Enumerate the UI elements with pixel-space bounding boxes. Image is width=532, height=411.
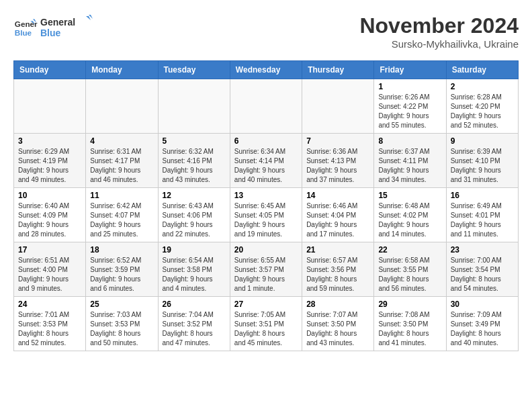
day-number: 17	[18, 245, 81, 255]
day-info: Sunrise: 6:51 AM Sunset: 4:00 PM Dayligh…	[18, 256, 81, 293]
day-info: Sunrise: 7:07 AM Sunset: 3:50 PM Dayligh…	[306, 310, 369, 348]
calendar-cell: 13Sunrise: 6:45 AM Sunset: 4:05 PM Dayli…	[230, 188, 302, 242]
day-number: 11	[90, 191, 153, 200]
title-block: November 2024 Sursko-Mykhailivka, Ukrain…	[359, 13, 519, 50]
day-number: 25	[90, 300, 153, 309]
calendar-cell: 14Sunrise: 6:46 AM Sunset: 4:04 PM Dayli…	[302, 188, 374, 242]
calendar-cell: 11Sunrise: 6:42 AM Sunset: 4:07 PM Dayli…	[86, 188, 158, 242]
calendar-week-row: 10Sunrise: 6:40 AM Sunset: 4:09 PM Dayli…	[14, 188, 519, 242]
calendar-cell: 27Sunrise: 7:05 AM Sunset: 3:51 PM Dayli…	[230, 297, 302, 351]
calendar-cell	[158, 79, 230, 134]
day-info: Sunrise: 6:28 AM Sunset: 4:20 PM Dayligh…	[451, 93, 514, 130]
day-number: 23	[451, 245, 514, 255]
day-number: 2	[451, 82, 514, 91]
day-info: Sunrise: 6:57 AM Sunset: 3:56 PM Dayligh…	[306, 256, 369, 293]
svg-text:General: General	[15, 19, 38, 28]
calendar-cell: 10Sunrise: 6:40 AM Sunset: 4:09 PM Dayli…	[14, 188, 86, 242]
calendar-cell: 29Sunrise: 7:08 AM Sunset: 3:50 PM Dayli…	[374, 297, 446, 351]
day-number: 19	[163, 245, 226, 255]
calendar-week-row: 24Sunrise: 7:01 AM Sunset: 3:53 PM Dayli…	[14, 297, 519, 351]
calendar-cell: 25Sunrise: 7:03 AM Sunset: 3:53 PM Dayli…	[86, 297, 158, 351]
day-number: 5	[163, 136, 226, 146]
calendar-cell: 6Sunrise: 6:34 AM Sunset: 4:14 PM Daylig…	[230, 134, 302, 188]
day-info: Sunrise: 6:39 AM Sunset: 4:10 PM Dayligh…	[451, 147, 514, 185]
day-number: 20	[234, 245, 298, 255]
calendar-cell: 28Sunrise: 7:07 AM Sunset: 3:50 PM Dayli…	[302, 297, 374, 351]
day-info: Sunrise: 7:04 AM Sunset: 3:52 PM Dayligh…	[163, 310, 226, 348]
day-info: Sunrise: 6:43 AM Sunset: 4:06 PM Dayligh…	[163, 201, 226, 239]
day-number: 12	[163, 191, 226, 200]
day-number: 16	[451, 191, 514, 200]
day-info: Sunrise: 6:40 AM Sunset: 4:09 PM Dayligh…	[18, 201, 81, 239]
calendar-cell: 7Sunrise: 6:36 AM Sunset: 4:13 PM Daylig…	[302, 134, 374, 188]
day-info: Sunrise: 6:32 AM Sunset: 4:16 PM Dayligh…	[163, 147, 226, 185]
day-info: Sunrise: 6:42 AM Sunset: 4:07 PM Dayligh…	[90, 201, 153, 239]
day-number: 9	[451, 136, 514, 146]
calendar-cell: 30Sunrise: 7:09 AM Sunset: 3:49 PM Dayli…	[446, 297, 518, 351]
svg-text:Blue: Blue	[40, 28, 61, 38]
weekday-header: Wednesday	[230, 61, 302, 79]
calendar-cell: 21Sunrise: 6:57 AM Sunset: 3:56 PM Dayli…	[302, 242, 374, 297]
day-info: Sunrise: 6:29 AM Sunset: 4:19 PM Dayligh…	[18, 147, 81, 185]
calendar-cell: 2Sunrise: 6:28 AM Sunset: 4:20 PM Daylig…	[446, 79, 518, 134]
day-number: 8	[378, 136, 441, 146]
day-info: Sunrise: 6:49 AM Sunset: 4:01 PM Dayligh…	[451, 201, 514, 239]
svg-marker-5	[86, 16, 91, 20]
logo-svg: General Blue	[40, 13, 94, 40]
weekday-header: Tuesday	[158, 61, 230, 79]
calendar-cell	[302, 79, 374, 134]
day-number: 1	[378, 82, 441, 91]
day-info: Sunrise: 6:31 AM Sunset: 4:17 PM Dayligh…	[90, 147, 153, 185]
day-number: 10	[18, 191, 81, 200]
day-number: 24	[18, 300, 81, 309]
day-number: 30	[451, 300, 514, 309]
calendar-cell	[14, 79, 86, 134]
calendar-cell: 17Sunrise: 6:51 AM Sunset: 4:00 PM Dayli…	[14, 242, 86, 297]
calendar-cell: 18Sunrise: 6:52 AM Sunset: 3:59 PM Dayli…	[86, 242, 158, 297]
day-info: Sunrise: 7:01 AM Sunset: 3:53 PM Dayligh…	[18, 310, 81, 348]
calendar-cell	[230, 79, 302, 134]
day-number: 22	[378, 245, 441, 255]
page-header: General Blue General Blue November 2024 …	[13, 13, 519, 50]
calendar-cell: 22Sunrise: 6:58 AM Sunset: 3:55 PM Dayli…	[374, 242, 446, 297]
day-number: 15	[378, 191, 441, 200]
calendar-week-row: 17Sunrise: 6:51 AM Sunset: 4:00 PM Dayli…	[14, 242, 519, 297]
day-info: Sunrise: 6:52 AM Sunset: 3:59 PM Dayligh…	[90, 256, 153, 293]
day-number: 6	[234, 136, 298, 146]
calendar-week-row: 3Sunrise: 6:29 AM Sunset: 4:19 PM Daylig…	[14, 134, 519, 188]
month-title: November 2024	[359, 13, 519, 38]
calendar-cell: 5Sunrise: 6:32 AM Sunset: 4:16 PM Daylig…	[158, 134, 230, 188]
day-info: Sunrise: 6:55 AM Sunset: 3:57 PM Dayligh…	[234, 256, 298, 293]
day-number: 27	[234, 300, 298, 309]
calendar-cell: 23Sunrise: 7:00 AM Sunset: 3:54 PM Dayli…	[446, 242, 518, 297]
calendar-cell: 26Sunrise: 7:04 AM Sunset: 3:52 PM Dayli…	[158, 297, 230, 351]
day-info: Sunrise: 6:46 AM Sunset: 4:04 PM Dayligh…	[306, 201, 369, 239]
weekday-header: Monday	[86, 61, 158, 79]
day-number: 28	[306, 300, 369, 309]
calendar-cell: 19Sunrise: 6:54 AM Sunset: 3:58 PM Dayli…	[158, 242, 230, 297]
day-info: Sunrise: 6:36 AM Sunset: 4:13 PM Dayligh…	[306, 147, 369, 185]
day-info: Sunrise: 7:03 AM Sunset: 3:53 PM Dayligh…	[90, 310, 153, 348]
day-info: Sunrise: 6:34 AM Sunset: 4:14 PM Dayligh…	[234, 147, 298, 185]
day-info: Sunrise: 6:37 AM Sunset: 4:11 PM Dayligh…	[378, 147, 441, 185]
weekday-header: Thursday	[302, 61, 374, 79]
calendar-cell: 4Sunrise: 6:31 AM Sunset: 4:17 PM Daylig…	[86, 134, 158, 188]
day-info: Sunrise: 6:48 AM Sunset: 4:02 PM Dayligh…	[378, 201, 441, 239]
calendar-cell: 12Sunrise: 6:43 AM Sunset: 4:06 PM Dayli…	[158, 188, 230, 242]
svg-text:General: General	[40, 17, 75, 28]
day-info: Sunrise: 6:58 AM Sunset: 3:55 PM Dayligh…	[378, 256, 441, 293]
calendar-cell: 3Sunrise: 6:29 AM Sunset: 4:19 PM Daylig…	[14, 134, 86, 188]
day-number: 26	[163, 300, 226, 309]
calendar-cell: 16Sunrise: 6:49 AM Sunset: 4:01 PM Dayli…	[446, 188, 518, 242]
day-number: 18	[90, 245, 153, 255]
calendar-cell: 24Sunrise: 7:01 AM Sunset: 3:53 PM Dayli…	[14, 297, 86, 351]
calendar-cell: 1Sunrise: 6:26 AM Sunset: 4:22 PM Daylig…	[374, 79, 446, 134]
day-number: 29	[378, 300, 441, 309]
logo: General Blue General Blue	[13, 13, 94, 43]
calendar-cell	[86, 79, 158, 134]
calendar-header-row: SundayMondayTuesdayWednesdayThursdayFrid…	[14, 61, 519, 79]
day-info: Sunrise: 7:09 AM Sunset: 3:49 PM Dayligh…	[451, 310, 514, 348]
day-info: Sunrise: 7:00 AM Sunset: 3:54 PM Dayligh…	[451, 256, 514, 293]
svg-text:Blue: Blue	[15, 28, 32, 37]
day-info: Sunrise: 7:05 AM Sunset: 3:51 PM Dayligh…	[234, 310, 298, 348]
